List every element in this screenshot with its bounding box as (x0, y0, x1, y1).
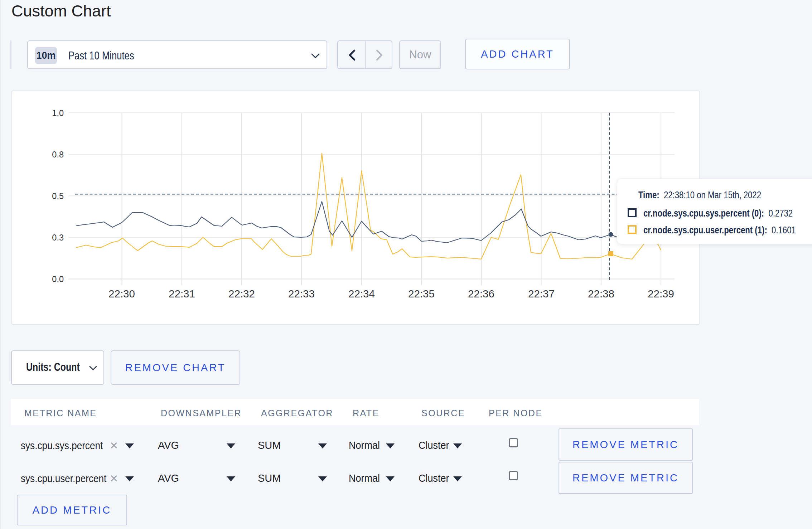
svg-text:22:38: 22:38 (588, 288, 614, 300)
svg-text:1.0: 1.0 (52, 108, 64, 118)
svg-text:22:31: 22:31 (169, 288, 195, 300)
svg-text:0.3: 0.3 (52, 233, 64, 242)
svg-text:22:30: 22:30 (108, 288, 135, 300)
svg-text:22:37: 22:37 (528, 288, 555, 300)
svg-text:0.5: 0.5 (52, 191, 64, 201)
svg-text:22:35: 22:35 (408, 288, 435, 300)
svg-text:22:33: 22:33 (288, 288, 315, 300)
svg-text:22:32: 22:32 (228, 288, 255, 300)
svg-text:22:34: 22:34 (348, 288, 375, 300)
svg-text:0.8: 0.8 (52, 150, 64, 159)
svg-text:0.0: 0.0 (52, 275, 64, 284)
svg-text:22:39: 22:39 (648, 288, 674, 300)
svg-text:22:36: 22:36 (468, 288, 494, 300)
